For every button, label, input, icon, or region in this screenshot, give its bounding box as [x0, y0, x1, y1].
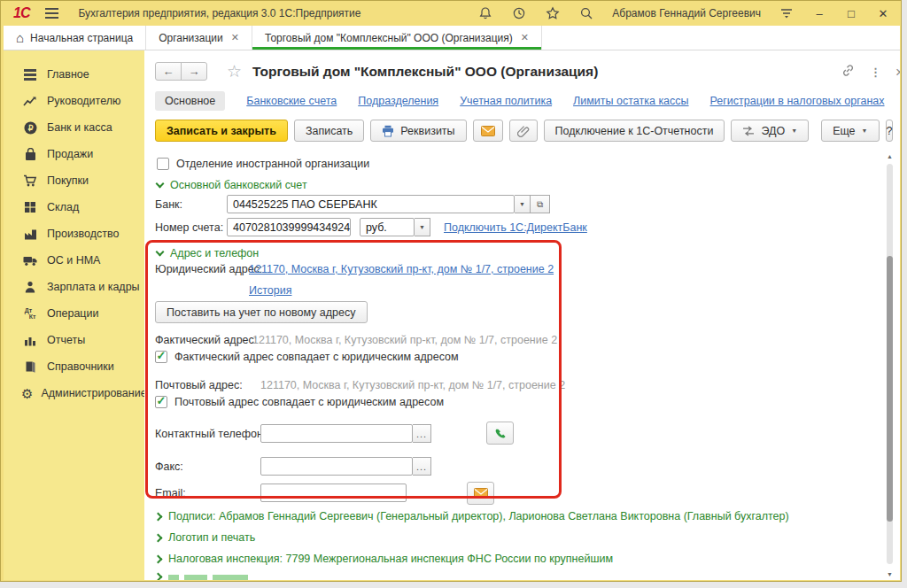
back-button[interactable]: ← — [155, 62, 182, 81]
sidebar-item-bank-cash[interactable]: ₽ Банк и касса — [4, 114, 144, 141]
sidebar-item-operations[interactable]: ДтКт Операции — [4, 300, 144, 327]
actual-equals-legal-checkbox[interactable]: ✓ — [155, 351, 167, 363]
sidebar-item-administration[interactable]: ⚙ Администрирование — [4, 380, 144, 406]
currency-select[interactable]: руб. — [360, 218, 415, 236]
actual-address-value: 121170, Москва г, Кутузовский пр-кт, дом… — [252, 334, 557, 346]
nav-link-tax-registrations[interactable]: Регистрации в налоговых органах — [710, 95, 885, 107]
sidebar-item-production[interactable]: Производство — [4, 220, 144, 247]
sidebar-item-main[interactable]: Главное — [4, 61, 144, 88]
chevron-down-icon: ▼ — [791, 128, 797, 134]
sidebar-item-reports[interactable]: Отчеты — [4, 327, 144, 353]
notifications-bell-icon[interactable] — [477, 5, 493, 21]
history-link[interactable]: История — [249, 284, 291, 297]
chevron-right-icon — [154, 554, 163, 563]
1c-logo-icon: 1С — [13, 5, 29, 21]
email-input[interactable] — [260, 484, 407, 502]
more-button[interactable]: Еще ▼ — [821, 120, 879, 142]
warehouse-grid-icon — [21, 201, 39, 213]
nav-link-departments[interactable]: Подразделения — [358, 95, 438, 107]
connect-1c-reporting-button[interactable]: Подключение к 1С-Отчетности — [544, 120, 725, 142]
send-email-row-button[interactable] — [467, 482, 494, 505]
scrollbar-thumb[interactable] — [887, 256, 893, 522]
favorite-star-icon[interactable]: ☆ — [227, 61, 242, 81]
search-icon[interactable] — [578, 5, 594, 21]
address-section-header[interactable]: Адрес и телефон — [157, 247, 259, 259]
main-menu-icon[interactable] — [45, 8, 58, 10]
close-window-button[interactable]: ✕ — [876, 7, 890, 20]
foreign-org-checkbox[interactable] — [157, 158, 169, 170]
send-email-button[interactable] — [473, 120, 503, 142]
tab-organization-card-label: Торговый дом "Комплексный" ООО (Организа… — [265, 32, 513, 44]
legal-address-link[interactable]: 121170, Москва г, Кутузовский пр-кт, дом… — [249, 263, 554, 275]
sidebar-item-directories[interactable]: Справочники — [4, 353, 144, 380]
sidebar-item-fixed-assets[interactable]: ОС и НМА — [4, 247, 144, 274]
phone-input[interactable] — [260, 424, 413, 443]
actual-address-label: Фактический адрес: — [155, 334, 257, 346]
sidebar-item-warehouse[interactable]: Склад — [4, 194, 144, 220]
fax-choose-button[interactable]: ... — [413, 457, 431, 476]
nav-link-accounting-policy[interactable]: Учетная политика — [460, 95, 552, 107]
clipped-text — [168, 575, 248, 580]
save-button[interactable]: Записать — [294, 120, 364, 142]
signatures-section-header[interactable]: Подписи: Абрамов Геннадий Сергеевич (Ген… — [157, 510, 789, 522]
foreign-org-label: Отделение иностранной организации — [176, 158, 369, 170]
factory-icon — [21, 228, 39, 240]
attachments-button[interactable] — [509, 120, 538, 142]
history-icon[interactable] — [511, 5, 527, 21]
bank-label: Банк: — [155, 198, 182, 211]
get-link-icon[interactable] — [841, 63, 856, 81]
debit-credit-icon: ДтКт — [21, 307, 39, 320]
bank-open-button[interactable]: ⧉ — [531, 195, 550, 213]
current-user[interactable]: Абрамов Геннадий Сергеевич — [612, 7, 761, 19]
nav-link-cash-limits[interactable]: Лимиты остатка кассы — [573, 95, 688, 107]
edo-button[interactable]: ЭДО ▼ — [731, 120, 809, 142]
tab-organization-card[interactable]: Торговый дом "Комплексный" ООО (Организа… — [252, 26, 542, 50]
forward-button[interactable]: → — [181, 62, 207, 81]
sidebar-item-purchases[interactable]: Покупки — [4, 167, 144, 194]
bank-section-header[interactable]: Основной банковский счет — [157, 179, 307, 191]
sidebar-item-sales[interactable]: Продажи — [4, 141, 144, 167]
scroll-up-arrow[interactable]: ▲ — [885, 151, 895, 161]
close-form-icon[interactable]: × — [895, 65, 900, 81]
nav-link-bank-accounts[interactable]: Банковские счета — [246, 95, 337, 107]
directbank-link[interactable]: Подключить 1С:ДиректБанк — [444, 221, 587, 234]
save-and-close-button[interactable]: Записать и закрыть — [155, 120, 288, 142]
minimize-button[interactable]: – — [812, 7, 826, 20]
sidebar-item-manager[interactable]: Руководителю — [4, 88, 144, 114]
tab-organizations[interactable]: Организации ✕ — [146, 26, 252, 50]
collapsed-section-partial[interactable] — [157, 574, 248, 580]
postal-equals-legal-checkbox[interactable]: ✓ — [155, 396, 167, 408]
maximize-button[interactable]: □ — [844, 7, 858, 20]
bank-input[interactable]: 044525225 ПАО СБЕРБАНК — [227, 195, 515, 213]
nav-link-main[interactable]: Основное — [155, 91, 225, 111]
currency-dropdown-button[interactable]: ▼ — [415, 218, 430, 236]
actual-equals-legal-label: Фактический адрес совпадает с юридически… — [174, 351, 459, 363]
title-bar: 1С Бухгалтерия предприятия, редакция 3.0… — [1, 1, 901, 26]
person-icon — [21, 281, 39, 293]
fax-input[interactable] — [260, 457, 413, 476]
phone-label: Контактный телефон: — [155, 428, 266, 440]
tab-organizations-label: Организации — [159, 32, 223, 44]
call-phone-button[interactable] — [486, 422, 514, 445]
service-menu-icon[interactable] — [779, 5, 795, 21]
logo-stamp-section-header[interactable]: Логотип и печать — [157, 531, 255, 544]
favorites-star-icon[interactable] — [545, 5, 561, 21]
help-button[interactable]: ? — [886, 120, 894, 142]
close-tab-icon[interactable]: ✕ — [231, 32, 239, 43]
register-new-address-button[interactable]: Поставить на учет по новому адресу — [155, 301, 368, 323]
shopping-cart-icon — [21, 174, 39, 187]
scroll-down-arrow[interactable]: ▼ — [885, 569, 895, 579]
tab-home[interactable]: ⌂ Начальная страница — [4, 26, 146, 50]
envelope-icon — [474, 488, 488, 499]
more-actions-dots-icon[interactable]: ⋮ — [870, 66, 881, 79]
email-label: Email: — [155, 487, 186, 499]
bank-dropdown-button[interactable]: ▼ — [515, 195, 531, 213]
organization-form: ← → ☆ Торговый дом "Комплексный" ООО (Ор… — [144, 50, 900, 580]
requisites-button[interactable]: Реквизиты — [370, 120, 466, 142]
close-tab-icon[interactable]: ✕ — [521, 32, 529, 43]
account-number-input[interactable]: 40702810399994349242 — [227, 218, 351, 236]
phone-choose-button[interactable]: ... — [413, 424, 431, 443]
sidebar-item-payroll-hr[interactable]: Зарплата и кадры — [4, 274, 144, 300]
account-number-label: Номер счета: — [155, 221, 223, 234]
tax-inspection-section-header[interactable]: Налоговая инспекция: 7799 Межрегиональна… — [157, 553, 613, 565]
